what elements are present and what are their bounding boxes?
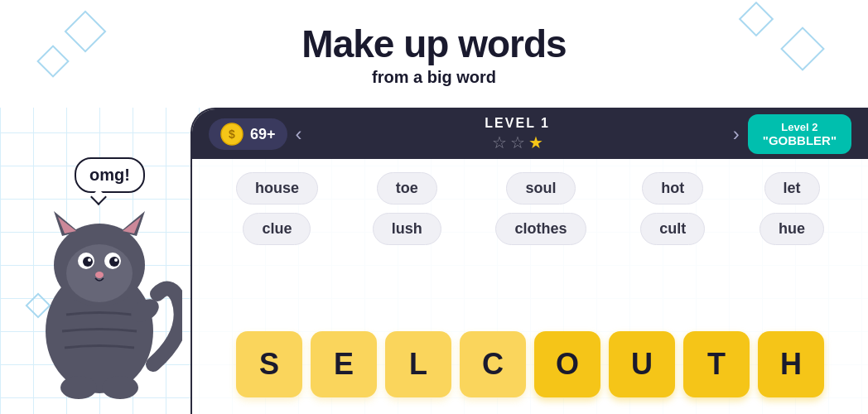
word-house[interactable]: house — [236, 172, 318, 205]
word-cult[interactable]: cult — [640, 213, 705, 245]
svg-point-9 — [83, 257, 93, 267]
next-level-badge[interactable]: Level 2 "GOBBLER" — [748, 114, 851, 154]
header-area: Make up words from a big word — [0, 0, 868, 108]
main-title: Make up words — [301, 22, 566, 66]
word-columns: house clue toe lush soul clothes hot cul… — [209, 172, 851, 245]
word-column-3: hot cult — [640, 172, 705, 245]
stars-container: ☆ ☆ ★ — [492, 132, 543, 152]
panel-bar: $ 69+ ‹ LEVEL 1 ☆ ☆ ★ › Level 2 "GOBBLER… — [192, 109, 868, 159]
next-level-name: "GOBBLER" — [763, 133, 837, 147]
arrow-left-icon: ‹ — [296, 123, 302, 145]
letter-tile-E[interactable]: E — [311, 331, 377, 397]
game-panel: $ 69+ ‹ LEVEL 1 ☆ ☆ ★ › Level 2 "GOBBLER… — [190, 108, 868, 414]
svg-point-12 — [114, 258, 118, 262]
letter-tile-O[interactable]: O — [534, 331, 600, 397]
svg-point-15 — [102, 376, 138, 399]
next-level-button[interactable]: › — [725, 123, 748, 146]
word-grid: house clue toe lush soul clothes hot cul… — [192, 159, 868, 258]
letter-tile-H[interactable]: H — [758, 331, 824, 397]
speech-bubble: omg! — [75, 157, 145, 193]
word-let[interactable]: let — [764, 172, 820, 205]
sub-title: from a big word — [372, 68, 496, 87]
word-hot[interactable]: hot — [642, 172, 703, 205]
letter-tile-U[interactable]: U — [609, 331, 675, 397]
letter-tile-C[interactable]: C — [460, 331, 526, 397]
letter-tile-L[interactable]: L — [385, 331, 451, 397]
word-lush[interactable]: lush — [373, 213, 441, 245]
prev-level-button[interactable]: ‹ — [287, 123, 311, 146]
svg-point-13 — [95, 272, 104, 278]
word-column-1: toe lush — [373, 172, 441, 245]
letter-tile-T[interactable]: T — [683, 331, 750, 397]
next-level-label: Level 2 — [781, 121, 817, 133]
level-label: LEVEL 1 — [485, 116, 550, 131]
star-2: ☆ — [510, 132, 525, 152]
svg-point-10 — [109, 257, 119, 267]
star-3: ★ — [528, 132, 543, 152]
speech-text: omg! — [89, 166, 130, 184]
word-soul[interactable]: soul — [506, 172, 575, 205]
word-toe[interactable]: toe — [377, 172, 437, 205]
word-hue[interactable]: hue — [760, 213, 824, 245]
arrow-right-icon: › — [733, 123, 740, 145]
svg-point-14 — [60, 376, 97, 399]
word-column-2: soul clothes — [495, 172, 586, 245]
svg-point-11 — [88, 258, 91, 262]
star-1: ☆ — [492, 132, 507, 152]
word-column-0: house clue — [236, 172, 318, 245]
word-clue[interactable]: clue — [243, 213, 311, 245]
word-clothes[interactable]: clothes — [495, 213, 586, 245]
word-column-4: let hue — [760, 172, 824, 245]
coin-amount: 69+ — [250, 126, 276, 143]
cat-container: omg! — [0, 108, 232, 414]
letter-tile-S[interactable]: S — [236, 331, 302, 397]
level-info: LEVEL 1 ☆ ☆ ★ — [311, 116, 725, 152]
letter-row: S E L C O U T H — [192, 331, 868, 397]
